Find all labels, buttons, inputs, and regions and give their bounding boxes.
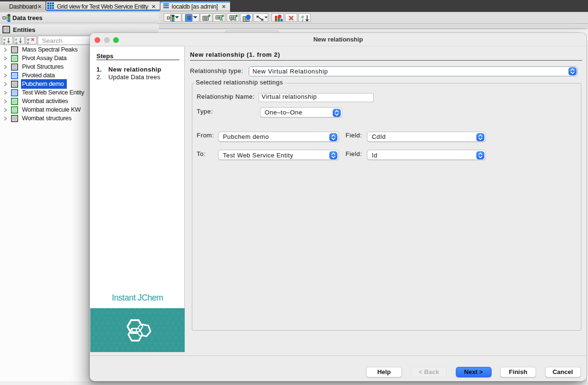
svg-text:b: b [234,18,236,21]
svg-text:+: + [232,18,234,21]
svg-text:ct: ct [220,18,223,21]
svg-text:z: z [301,18,304,21]
svg-text:a: a [15,40,18,44]
